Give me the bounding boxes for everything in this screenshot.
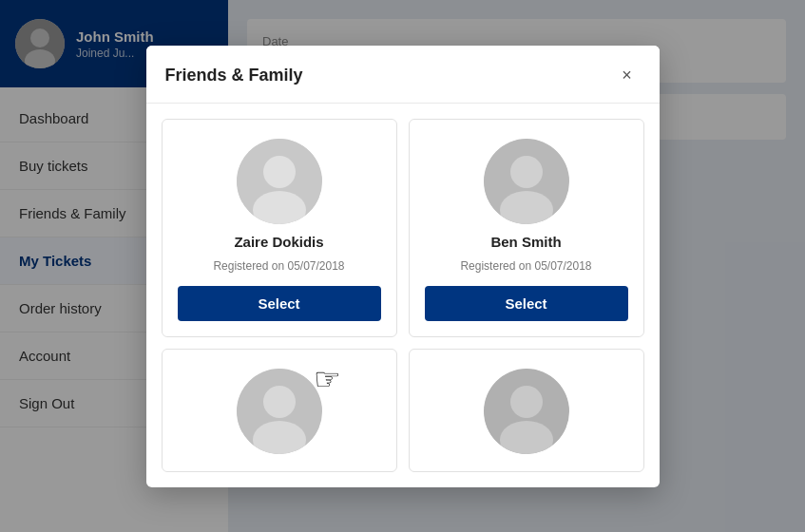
svg-point-13 — [510, 386, 543, 418]
person-card-4 — [409, 349, 644, 472]
person-registered-zaire: Registered on 05/07/2018 — [213, 259, 344, 273]
person-name-ben: Ben Smith — [490, 234, 561, 250]
person-card-zaire: Zaire Dokidis Registered on 05/07/2018 S… — [162, 119, 397, 337]
modal-body: Zaire Dokidis Registered on 05/07/2018 S… — [146, 104, 660, 487]
person-avatar-zaire — [237, 139, 322, 224]
modal-title: Friends & Family — [165, 66, 303, 86]
svg-point-4 — [263, 156, 296, 188]
modal-overlay: Friends & Family × Zaire Dokidis Registe… — [0, 0, 805, 532]
person-name-zaire: Zaire Dokidis — [234, 234, 323, 250]
friends-family-modal: Friends & Family × Zaire Dokidis Registe… — [146, 46, 660, 487]
svg-point-10 — [263, 386, 296, 418]
person-card-3 — [162, 349, 397, 472]
modal-close-button[interactable]: × — [614, 63, 641, 89]
select-button-zaire[interactable]: Select — [178, 286, 381, 321]
person-avatar-ben — [484, 139, 569, 224]
modal-header: Friends & Family × — [146, 46, 660, 104]
person-registered-ben: Registered on 05/07/2018 — [460, 259, 591, 273]
svg-point-7 — [510, 156, 543, 188]
person-avatar-4 — [484, 369, 569, 454]
select-button-ben[interactable]: Select — [425, 286, 628, 321]
person-avatar-3 — [237, 369, 322, 454]
person-card-ben: Ben Smith Registered on 05/07/2018 Selec… — [409, 119, 644, 337]
